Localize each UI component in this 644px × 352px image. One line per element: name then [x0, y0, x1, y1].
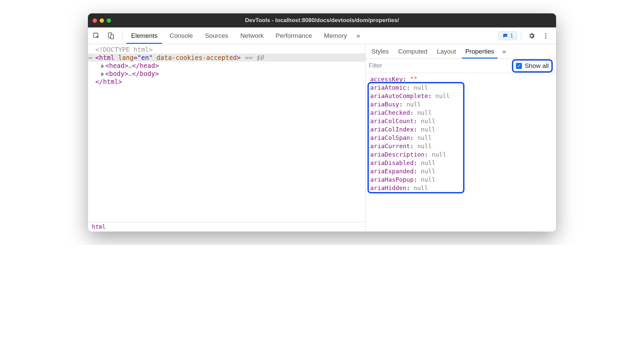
dom-tree[interactable]: <!DOCTYPE html> <html lang="en" data-coo…	[88, 44, 365, 222]
property-row[interactable]: ariaAtomic: null	[370, 83, 556, 92]
divider	[122, 31, 122, 40]
tab-console[interactable]: Console	[164, 27, 199, 44]
dom-html-close[interactable]: </html>	[88, 78, 365, 86]
issues-badge[interactable]: 1	[499, 31, 517, 40]
filter-input[interactable]	[369, 62, 509, 69]
sidebar-more-tabs-icon[interactable]: »	[499, 48, 509, 55]
maximize-window-button[interactable]	[107, 18, 111, 23]
traffic-lights	[93, 18, 111, 23]
svg-point-5	[545, 37, 546, 38]
dom-doctype[interactable]: <!DOCTYPE html>	[88, 46, 365, 54]
tab-sources[interactable]: Sources	[199, 27, 234, 44]
sidebar-tabs: StylesComputedLayoutProperties»	[365, 44, 556, 59]
divider	[521, 31, 521, 40]
more-tabs-icon[interactable]: »	[353, 32, 363, 39]
inspect-element-icon[interactable]	[90, 29, 103, 42]
svg-point-4	[545, 35, 546, 36]
window-title: DevTools - localhost:8080/docs/devtools/…	[88, 17, 556, 24]
sidebar-tab-layout[interactable]: Layout	[432, 44, 460, 59]
svg-point-3	[545, 33, 546, 34]
show-all-toggle[interactable]: ✓ Show all	[512, 59, 553, 73]
tab-memory[interactable]: Memory	[318, 27, 353, 44]
property-row[interactable]: ariaHidden: null	[370, 184, 556, 192]
dom-html-element[interactable]: <html lang="en" data-cookies-accepted> =…	[88, 54, 365, 62]
property-row[interactable]: accessKey: ""	[370, 75, 556, 83]
panes: <!DOCTYPE html> <html lang="en" data-coo…	[88, 44, 556, 232]
property-row[interactable]: ariaExpanded: null	[370, 167, 556, 175]
main-tabs: ElementsConsoleSourcesNetworkPerformance…	[125, 27, 353, 44]
tab-network[interactable]: Network	[234, 27, 270, 44]
property-row[interactable]: ariaColSpan: null	[370, 134, 556, 142]
main-toolbar: ElementsConsoleSourcesNetworkPerformance…	[88, 27, 556, 44]
breadcrumb[interactable]: html	[88, 222, 365, 232]
tab-performance[interactable]: Performance	[270, 27, 318, 44]
minimize-window-button[interactable]	[100, 18, 104, 23]
property-row[interactable]: ariaCurrent: null	[370, 142, 556, 150]
filter-row: ✓ Show all	[365, 59, 556, 73]
property-row[interactable]: ariaChecked: null	[370, 108, 556, 117]
dom-pane: <!DOCTYPE html> <html lang="en" data-coo…	[88, 44, 365, 232]
dom-body-element[interactable]: <body>…</body>	[88, 70, 365, 78]
titlebar: DevTools - localhost:8080/docs/devtools/…	[88, 13, 556, 27]
sidebar-tab-properties[interactable]: Properties	[460, 44, 499, 59]
issues-count: 1	[510, 32, 513, 39]
kebab-menu-icon[interactable]	[539, 29, 552, 42]
sidebar-tab-computed[interactable]: Computed	[394, 44, 432, 59]
sidebar-tab-styles[interactable]: Styles	[367, 44, 394, 59]
property-row[interactable]: ariaDisabled: null	[370, 159, 556, 167]
property-row[interactable]: ariaColIndex: null	[370, 125, 556, 134]
properties-list[interactable]: accessKey: ""ariaAtomic: nullariaAutoCom…	[365, 73, 556, 232]
property-row[interactable]: ariaDescription: null	[370, 150, 556, 159]
property-row[interactable]: ariaBusy: null	[370, 100, 556, 108]
settings-icon[interactable]	[525, 29, 538, 42]
show-all-label: Show all	[525, 62, 549, 70]
svg-rect-2	[111, 34, 113, 39]
property-row[interactable]: ariaHasPopup: null	[370, 175, 556, 184]
property-row[interactable]: ariaAutoComplete: null	[370, 92, 556, 100]
devtools-window: DevTools - localhost:8080/docs/devtools/…	[88, 13, 556, 232]
device-toolbar-icon[interactable]	[105, 29, 117, 42]
chat-icon	[502, 33, 508, 39]
tab-elements[interactable]: Elements	[125, 27, 164, 44]
close-window-button[interactable]	[93, 18, 97, 23]
sidebar: StylesComputedLayoutProperties» ✓ Show a…	[365, 44, 556, 232]
show-all-checkbox[interactable]: ✓	[516, 63, 522, 69]
dom-head-element[interactable]: <head>…</head>	[88, 62, 365, 70]
property-row[interactable]: ariaColCount: null	[370, 117, 556, 125]
